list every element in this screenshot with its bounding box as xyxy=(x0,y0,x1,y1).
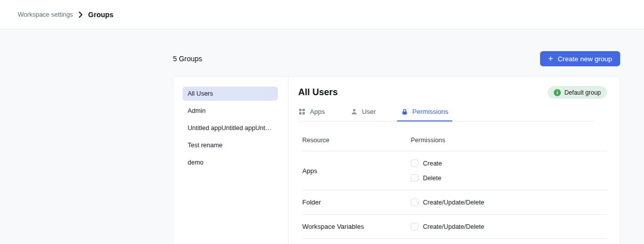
resource-label-apps: Apps xyxy=(302,167,411,175)
default-group-badge: i Default group xyxy=(548,86,607,99)
workspace-variables-cud-option: Create/Update/Delete xyxy=(411,223,607,230)
apps-create-label: Create xyxy=(423,160,442,167)
folder-permissions: Create/Update/Delete xyxy=(411,198,607,206)
content-area: 5 Groups + Create new group All Users Ad… xyxy=(0,29,644,244)
column-header-resource: Resource xyxy=(302,137,411,144)
folder-cud-label: Create/Update/Delete xyxy=(423,199,484,206)
workspace-variables-cud-label: Create/Update/Delete xyxy=(423,223,484,230)
groups-toolbar: 5 Groups + Create new group xyxy=(173,51,620,66)
resource-label-folder: Folder xyxy=(302,198,411,206)
apps-permissions: Create Delete xyxy=(411,159,607,182)
group-title: All Users xyxy=(298,87,338,98)
create-new-group-button[interactable]: + Create new group xyxy=(540,51,620,66)
resource-label-workspace-variables: Workspace Variables xyxy=(302,223,411,230)
group-detail-tabs: Apps User Permissions xyxy=(298,108,594,121)
create-new-group-label: Create new group xyxy=(558,55,612,63)
column-header-permissions: Permissions xyxy=(411,137,607,144)
breadcrumb-workspace-settings[interactable]: Workspace settings xyxy=(18,11,73,18)
tab-user[interactable]: User xyxy=(350,108,376,121)
table-row-workspace-variables: Workspace Variables Create/Update/Delete xyxy=(302,215,607,239)
group-list-item-all-users[interactable]: All Users xyxy=(183,87,278,101)
user-icon xyxy=(350,108,358,115)
apps-grid-icon xyxy=(298,108,306,115)
table-row-folder: Folder Create/Update/Delete xyxy=(302,190,607,215)
app-root: Workspace settings Groups 5 Groups + Cre… xyxy=(0,0,644,244)
tab-apps-label: Apps xyxy=(310,108,325,115)
apps-delete-label: Delete xyxy=(423,175,441,182)
group-list-item-admin[interactable]: Admin xyxy=(183,104,278,118)
top-header: Workspace settings Groups xyxy=(0,0,644,29)
apps-delete-option: Delete xyxy=(411,174,607,182)
tab-user-label: User xyxy=(362,108,376,115)
tab-apps[interactable]: Apps xyxy=(298,108,325,121)
tab-permissions[interactable]: Permissions xyxy=(401,108,448,121)
content-inner: 5 Groups + Create new group All Users Ad… xyxy=(173,29,620,244)
group-list-item-untitled-app[interactable]: Untitled appUntitled appUntitle… xyxy=(183,121,278,135)
group-list: All Users Admin Untitled appUntitled app… xyxy=(173,77,289,244)
group-detail-panel: All Users i Default group Apps xyxy=(289,77,620,244)
group-detail-header: All Users i Default group xyxy=(298,86,607,99)
groups-count-label: 5 Groups xyxy=(173,55,202,63)
workspace-variables-permissions: Create/Update/Delete xyxy=(411,223,607,230)
permissions-table: Resource Permissions Apps Create xyxy=(298,137,607,239)
chevron-right-icon xyxy=(79,12,83,18)
info-circle-icon: i xyxy=(554,89,561,96)
default-group-badge-label: Default group xyxy=(564,89,601,96)
table-row-apps: Apps Create Delete xyxy=(302,151,607,190)
workspace-variables-cud-checkbox[interactable] xyxy=(411,223,418,230)
group-list-item-test-rename[interactable]: Test rename xyxy=(183,138,278,152)
apps-create-checkbox[interactable] xyxy=(411,159,418,167)
breadcrumb-current-groups: Groups xyxy=(88,11,114,19)
breadcrumb: Workspace settings Groups xyxy=(18,11,114,19)
groups-card: All Users Admin Untitled appUntitled app… xyxy=(173,76,620,244)
apps-delete-checkbox[interactable] xyxy=(411,174,418,182)
apps-create-option: Create xyxy=(411,159,607,167)
folder-cud-checkbox[interactable] xyxy=(411,198,418,206)
tab-permissions-label: Permissions xyxy=(412,108,448,115)
permissions-table-header: Resource Permissions xyxy=(302,137,607,151)
group-list-item-demo[interactable]: demo xyxy=(183,155,278,170)
lock-icon xyxy=(401,108,408,115)
plus-icon: + xyxy=(548,54,553,63)
folder-cud-option: Create/Update/Delete xyxy=(411,198,607,206)
